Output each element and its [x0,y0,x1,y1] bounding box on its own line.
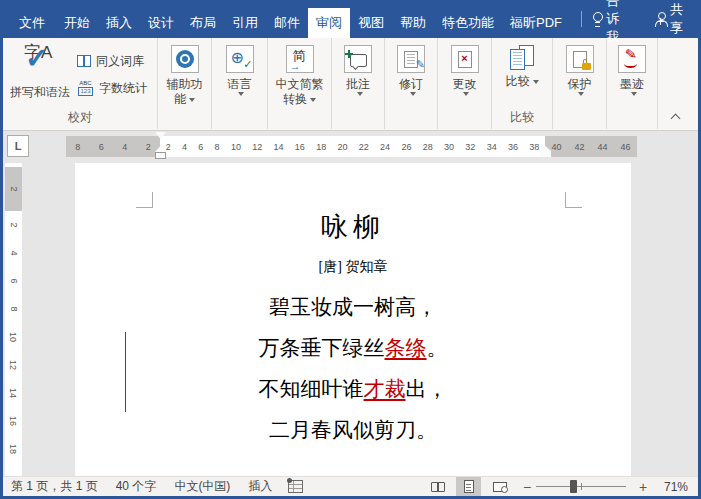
protect-button[interactable]: 保护 [553,38,606,129]
dropdown-arrow-icon [533,80,539,84]
ruler-number: 8 [215,142,220,152]
status-bar: 第 1 页，共 1 页 40 个字 中文(中国) 插入 − + 71% [3,476,698,496]
tab-review-active[interactable]: 审阅 [308,8,350,38]
document-page[interactable]: 咏柳 [唐] 贺知章 碧玉妆成一树高， 万条垂下绿丝条绦。 不知细叶谁才裁出， … [75,163,631,477]
dropdown-arrow-icon [238,92,244,96]
macro-record-icon[interactable] [288,480,303,493]
ruler-number: 8 [75,142,80,152]
plus-icon [345,50,353,58]
text-run: 不知细叶谁 [259,377,364,401]
window-border-left [0,0,3,499]
dropdown-arrow-icon [463,92,469,96]
iconbox: 简 → [286,45,314,73]
word-count-icon: ABC 123 [77,80,94,97]
front-page-icon [510,49,525,70]
iconbox: ✎ [397,45,425,73]
accessibility-label-line1: 辅助功 [167,77,203,92]
print-layout-button[interactable] [456,477,481,496]
comments-button[interactable]: 批注 [332,38,384,129]
group-changes: × 更改 [438,38,492,129]
left-indent-marker[interactable] [155,152,166,159]
ruler-number: 2 [166,142,171,152]
accessibility-button[interactable]: 辅助功 能 [158,38,211,129]
insert-mode-indicator[interactable]: 插入 [248,478,272,495]
text-run: 二月春风似剪刀。 [269,418,437,442]
ruler-number: 2 [146,142,151,152]
language-label: 语言 [228,77,252,92]
zoom-slider-handle[interactable] [570,480,577,493]
zoom-out-button[interactable]: − [520,479,534,495]
document-reject-icon: × [458,51,472,68]
horizontal-ruler: 8642 2468101214161820222426283032343638 … [66,136,637,157]
group-label-proofing: 校对 [3,109,157,126]
tab-layout[interactable]: 布局 [182,8,224,38]
chinese-conversion-button[interactable]: 简 → 中文简繁 转换 [268,38,331,129]
poem-title: 咏柳 [75,210,631,244]
poem-line-3: 不知细叶谁才裁出， [75,369,631,410]
accessibility-icon [176,50,194,68]
thesaurus-label: 同义词库 [96,53,144,70]
spelling-grammar-button[interactable]: 字A ✓ 拼写和语法 [5,41,75,109]
ruler-right-margin: 40424446 [545,136,637,157]
tab-insert[interactable]: 插入 [98,8,140,38]
word-count-label: 字数统计 [99,80,147,97]
ribbon: 字A ✓ 拼写和语法 同义词库 ABC 123 字数统计 校对 [3,38,698,131]
tab-design[interactable]: 设计 [140,8,182,38]
lock-icon [582,63,591,70]
group-proofing: 字A ✓ 拼写和语法 同义词库 ABC 123 字数统计 校对 [3,38,158,129]
tab-home[interactable]: 开始 [56,8,98,38]
inserted-text: 才裁 [364,377,406,401]
margin-crop-mark-top-left [136,192,153,208]
zoom-level-indicator[interactable]: 71% [656,480,688,494]
page-lines [407,54,415,65]
tab-special-features[interactable]: 特色功能 [434,8,502,38]
ink-button[interactable]: ✎ 墨迹 [607,38,657,129]
lightbulb-icon [593,12,599,26]
word-count-button[interactable]: ABC 123 字数统计 [77,77,147,99]
changes-button[interactable]: × 更改 [438,38,491,129]
ruler-number: 16 [295,142,305,152]
arrow-icon: → [290,60,301,72]
vertical-ruler: 2 24681012141618 [5,163,22,477]
ruler-number: 12 [252,142,262,152]
language-button[interactable]: ⊕ ✓ 语言 [212,38,267,129]
share-button[interactable]: 共享 [670,1,685,37]
word-count-indicator[interactable]: 40 个字 [116,478,157,495]
ruler-number: 6 [8,278,18,283]
track-changes-button[interactable]: ✎ 修订 [385,38,437,129]
ruler-number: 10 [8,332,18,342]
read-mode-button[interactable] [425,477,450,496]
tab-help[interactable]: 帮助 [392,8,434,38]
language-indicator[interactable]: 中文(中国) [174,478,230,495]
group-revisions: ✎ 修订 [385,38,438,129]
tab-references[interactable]: 引用 [224,8,266,38]
thesaurus-button[interactable]: 同义词库 [77,50,144,72]
read-mode-icon [431,482,445,492]
protect-label: 保护 [568,77,592,92]
language-globe-icon: ⊕ ✓ [230,49,250,69]
conversion-label-line1: 中文简繁 [276,77,324,92]
text-run: 。 [427,336,448,360]
ruler-number: 28 [423,142,433,152]
tabbar-separator [581,11,582,27]
page-number-indicator[interactable]: 第 1 页，共 1 页 [11,478,98,495]
tab-view[interactable]: 视图 [350,8,392,38]
collapse-ribbon-chevron-icon[interactable] [671,112,681,122]
zoom-in-button[interactable]: + [636,479,650,495]
tab-selector[interactable]: L [7,135,29,157]
group-ink: ✎ 墨迹 [607,38,658,129]
iconbox [344,45,372,73]
web-layout-icon [493,482,507,492]
ruler-number: 46 [620,142,630,152]
tab-mailings[interactable]: 邮件 [266,8,308,38]
dropdown-arrow-icon [578,92,584,96]
zoom-slider[interactable] [536,479,626,494]
web-layout-button[interactable] [487,477,512,496]
tell-me-button[interactable]: 告诉我 [606,0,628,46]
poem-line-1: 碧玉妆成一树高， [75,287,631,328]
dropdown-arrow-icon [310,98,316,102]
ruler-number: 12 [8,360,18,370]
thesaurus-book-icon [77,55,91,67]
tab-file[interactable]: 文件 [8,8,56,38]
tab-foxit-pdf[interactable]: 福昕PDF [502,8,570,38]
